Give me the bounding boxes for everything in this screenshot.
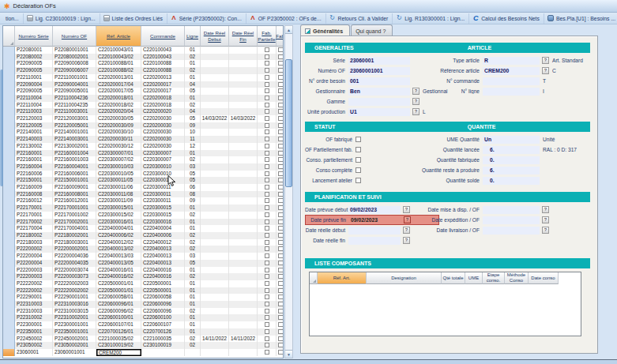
cell-numero-of[interactable]: P22090004001 — [53, 81, 96, 88]
fab-checkbox-clipped[interactable] — [278, 164, 284, 169]
cell-commande[interactable] — [141, 349, 185, 356]
fab-partielle-checkbox[interactable] — [265, 54, 269, 59]
fab-checkbox-clipped[interactable] — [278, 226, 284, 231]
cell-ref-article[interactable]: C220300007/01 — [96, 150, 141, 157]
cell-numero-of[interactable]: P22200004035 — [53, 260, 96, 267]
scroll-down-button[interactable]: ▼ — [285, 350, 292, 358]
column-header-date-r-el-d-but[interactable]: Date Réel Début — [201, 26, 229, 47]
cell-ref-article[interactable]: C220300010/05 — [96, 171, 141, 178]
cell-ref-article[interactable]: C230100019/02 — [96, 342, 141, 349]
cell-ref-article[interactable]: C220200018/02 — [96, 102, 141, 109]
fab-checkbox-clipped[interactable] — [278, 295, 284, 299]
cell-ligne[interactable] — [185, 349, 201, 356]
cell-ligne[interactable]: 09 — [185, 197, 201, 205]
cell-ref-article[interactable]: C220400016/01 — [96, 267, 141, 274]
cell-date-reel-debut[interactable] — [201, 280, 229, 287]
cell-commande[interactable]: C220100088 — [141, 67, 185, 74]
cell-ligne[interactable]: 02 — [185, 212, 201, 219]
fab-checkbox-clipped[interactable] — [278, 54, 284, 59]
row-selector[interactable] — [3, 47, 15, 54]
row-selector[interactable] — [3, 301, 15, 308]
fab-checkbox-clipped[interactable] — [278, 281, 284, 286]
cell-ref-article[interactable]: CREM200 — [96, 349, 141, 356]
fab-partielle-checkbox[interactable] — [265, 61, 269, 66]
cell-ref-article[interactable]: C220300010/03 — [96, 163, 141, 171]
fab-partielle-checkbox[interactable] — [265, 137, 269, 141]
cell-numero-serie[interactable]: P22120005 — [15, 122, 53, 129]
row-selector[interactable] — [3, 336, 15, 343]
fab-checkbox-clipped[interactable] — [278, 116, 284, 121]
components-header-designation[interactable]: Designation — [367, 272, 442, 284]
cell-ref-article[interactable]: C220300015/02 — [96, 212, 141, 219]
fab-partielle-checkbox[interactable] — [265, 185, 269, 190]
field-n-commande[interactable] — [483, 77, 540, 85]
cell-date-reel-fin[interactable] — [229, 308, 258, 315]
cell-numero-serie[interactable]: P22110001 — [15, 74, 53, 81]
row-selector[interactable] — [3, 102, 15, 109]
components-header-m-thode-conso[interactable]: Méthode Conso — [505, 272, 529, 284]
cell-commande[interactable]: C220400016 — [141, 267, 185, 274]
cell-ligne[interactable]: 01 — [185, 280, 201, 287]
fab-checkbox-clipped[interactable] — [278, 261, 284, 265]
components-corner[interactable] — [310, 272, 318, 284]
row-selector[interactable] — [3, 321, 15, 328]
cell-date-reel-fin[interactable] — [229, 163, 258, 171]
cell-numero-serie[interactable]: P22170001 — [15, 205, 53, 212]
fab-checkbox-clipped[interactable] — [278, 329, 284, 334]
cell-date-reel-debut[interactable] — [201, 287, 229, 295]
cell-numero-serie[interactable]: P22200003 — [15, 273, 53, 280]
cell-ligne[interactable]: 02 — [185, 67, 201, 74]
cell-commande[interactable]: C220600096 — [141, 301, 185, 308]
fab-partielle-checkbox[interactable] — [265, 212, 269, 217]
cell-numero-of[interactable]: P22200004036 — [53, 253, 96, 260]
row-selector[interactable] — [3, 156, 15, 163]
fab-checkbox-clipped[interactable] — [278, 61, 284, 66]
row-selector[interactable] — [3, 219, 15, 226]
cell-date-reel-debut[interactable] — [201, 321, 229, 328]
cell-ligne[interactable]: 02 — [185, 336, 201, 343]
help-button[interactable]: ? — [412, 88, 419, 95]
cell-date-reel-fin[interactable] — [229, 171, 258, 178]
fab-checkbox-clipped[interactable] — [278, 192, 284, 197]
cell-numero-serie[interactable]: P22160009 — [15, 184, 53, 191]
cell-date-reel-debut[interactable] — [201, 191, 229, 198]
cell-ref-article[interactable]: C220500001/01 — [96, 280, 141, 287]
checkbox-of-fabriqu[interactable] — [356, 137, 361, 142]
cell-ligne[interactable]: 02 — [185, 273, 201, 280]
cell-date-reel-debut[interactable] — [201, 301, 229, 308]
cell-ligne[interactable]: 01 — [185, 321, 201, 328]
cell-numero-serie[interactable]: P22170002 — [15, 219, 53, 226]
cell-ligne[interactable]: 01 — [185, 287, 201, 295]
fab-checkbox-clipped[interactable] — [278, 309, 284, 313]
cell-numero-serie[interactable]: P22110004 — [15, 95, 53, 102]
cell-commande[interactable]: C230100019 — [141, 342, 185, 349]
row-selector[interactable] — [3, 349, 15, 356]
column-header-commande[interactable]: Commande — [141, 26, 185, 47]
nav-item-liste-des-ordres-li-s[interactable]: Liste des Ordres Liés — [100, 13, 167, 24]
components-header-date-conso[interactable]: Date conso — [529, 272, 559, 284]
cell-date-reel-fin[interactable] — [229, 136, 258, 143]
cell-numero-of[interactable]: 23060001001 — [53, 349, 96, 356]
fab-checkbox-clipped[interactable] — [278, 47, 284, 52]
cell-numero-serie[interactable]: P22200004 — [15, 253, 53, 260]
row-selector[interactable] — [3, 287, 15, 295]
cell-date-reel-debut[interactable] — [201, 314, 229, 321]
cell-ref-article[interactable]: C220200018/01 — [96, 95, 141, 102]
fab-checkbox-clipped[interactable] — [278, 233, 284, 238]
tab-qui-quand[interactable]: Qui quand ? — [351, 24, 393, 36]
cell-ref-article[interactable]: C220300007/02 — [96, 156, 141, 163]
row-selector[interactable] — [3, 253, 15, 260]
cell-ligne[interactable]: 05 — [185, 171, 201, 178]
cell-ligne[interactable]: 01 — [185, 225, 201, 232]
field-num-ro-of[interactable]: 23060001001 — [348, 67, 410, 75]
cell-date-reel-fin[interactable] — [229, 280, 258, 287]
fab-partielle-checkbox[interactable] — [265, 233, 269, 238]
cell-numero-serie[interactable]: P22220002 — [15, 280, 53, 287]
cell-date-reel-debut[interactable] — [201, 102, 229, 109]
row-selector[interactable] — [3, 143, 15, 150]
cell-ligne[interactable]: 03 — [185, 253, 201, 260]
field-quantit-solde[interactable]: 0. — [483, 177, 540, 185]
cell-ref-article[interactable]: C220600107/01 — [96, 321, 141, 328]
cell-commande[interactable]: C220400004 — [141, 225, 185, 232]
cell-numero-of[interactable]: P22090005001 — [53, 88, 96, 95]
